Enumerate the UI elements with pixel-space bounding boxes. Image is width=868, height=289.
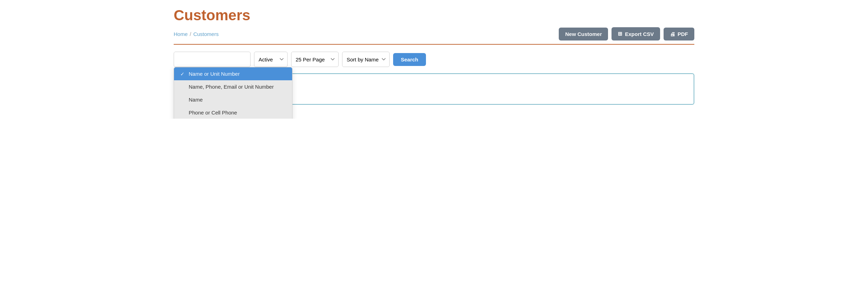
export-csv-button[interactable]: ⊞ Export CSV: [612, 27, 660, 40]
breadcrumb: Home / Customers: [174, 31, 219, 37]
search-type-dropdown[interactable]: ✓Name or Unit NumberName, Phone, Email o…: [174, 67, 292, 119]
breadcrumb-bar: Home / Customers New Customer ⊞ Export C…: [174, 27, 694, 45]
checkmark-icon: ✓: [180, 71, 186, 77]
page-container: Customers Home / Customers New Customer …: [163, 0, 705, 119]
search-dropdown-item-3[interactable]: Phone or Cell Phone: [174, 106, 292, 119]
new-customer-button[interactable]: New Customer: [559, 28, 608, 40]
search-button[interactable]: Search: [393, 53, 426, 66]
search-input-wrap: ✓Name or Unit NumberName, Phone, Email o…: [174, 52, 251, 67]
header-buttons: New Customer ⊞ Export CSV 🖨 PDF: [559, 27, 694, 40]
filter-bar: ✓Name or Unit NumberName, Phone, Email o…: [174, 52, 694, 67]
breadcrumb-separator: /: [190, 31, 191, 37]
grid-icon: ⊞: [618, 31, 622, 37]
breadcrumb-current: Customers: [193, 31, 219, 37]
sort-select[interactable]: Sort by Name Sort by Date: [342, 52, 390, 67]
search-dropdown-item-0[interactable]: ✓Name or Unit Number: [174, 67, 292, 80]
dropdown-item-label: Name: [189, 97, 203, 103]
page-title: Customers: [174, 7, 694, 24]
export-csv-label: Export CSV: [625, 31, 654, 37]
per-page-select[interactable]: 25 Per Page 50 Per Page 100 Per Page: [291, 52, 339, 67]
pdf-button[interactable]: 🖨 PDF: [664, 28, 694, 40]
print-icon: 🖨: [670, 31, 675, 37]
pdf-label: PDF: [678, 31, 688, 37]
dropdown-item-label: Name or Unit Number: [189, 71, 240, 77]
dropdown-item-label: Name, Phone, Email or Unit Number: [189, 84, 274, 90]
status-select[interactable]: Active Inactive All: [254, 52, 288, 67]
search-input[interactable]: [174, 52, 251, 67]
search-dropdown-item-1[interactable]: Name, Phone, Email or Unit Number: [174, 80, 292, 93]
search-dropdown-item-2[interactable]: Name: [174, 93, 292, 106]
breadcrumb-home[interactable]: Home: [174, 31, 188, 37]
dropdown-item-label: Phone or Cell Phone: [189, 110, 237, 116]
